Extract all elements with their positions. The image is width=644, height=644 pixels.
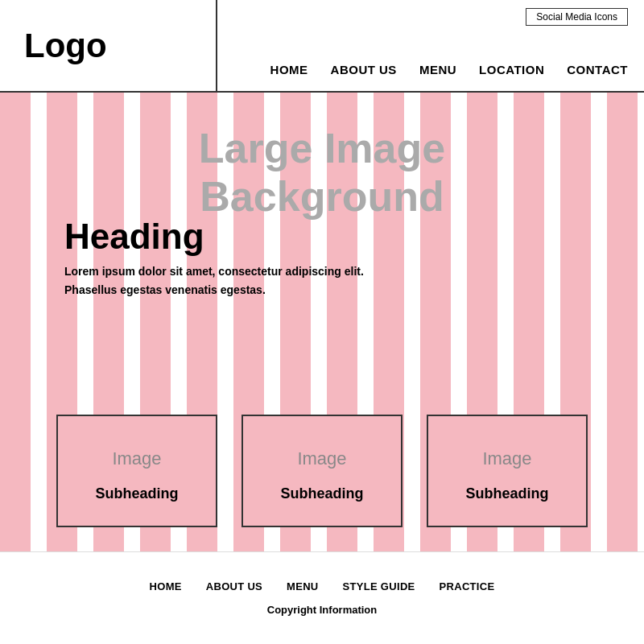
card-3-subheading: Subheading [466, 485, 549, 502]
card-2-subheading: Subheading [281, 485, 364, 502]
card-1-subheading: Subheading [96, 485, 179, 502]
header: Logo Social Media Icons HOME ABOUT US ME… [0, 0, 644, 93]
social-media-box: Social Media Icons [526, 8, 628, 26]
footer-practice[interactable]: PRACTICE [440, 580, 495, 592]
footer: HOME ABOUT US MENU STYLE GUIDE PRACTICE … [0, 551, 644, 644]
footer-about[interactable]: ABOUT US [206, 580, 262, 592]
card-1-image-label: Image [112, 448, 161, 469]
copyright: Copyright Information [267, 604, 378, 616]
card-1: Image Subheading [56, 415, 217, 527]
main-nav: HOME ABOUT US MENU LOCATION CONTACT [270, 63, 628, 76]
footer-style-guide[interactable]: STYLE GUIDE [343, 580, 415, 592]
nav-about[interactable]: ABOUT US [331, 63, 397, 76]
card-3-image-label: Image [482, 448, 531, 469]
footer-menu[interactable]: MENU [287, 580, 318, 592]
footer-home[interactable]: HOME [150, 580, 182, 592]
main-content: Large Image Background Heading Lorem ips… [0, 93, 644, 551]
main-paragraph: Lorem ipsum dolor sit amet, consectetur … [64, 262, 364, 299]
card-2: Image Subheading [242, 415, 402, 527]
footer-nav: HOME ABOUT US MENU STYLE GUIDE PRACTICE [150, 580, 495, 592]
nav-menu[interactable]: MENU [419, 63, 456, 76]
nav-contact[interactable]: CONTACT [567, 63, 628, 76]
logo: Logo [24, 27, 107, 65]
heading-section: Heading Lorem ipsum dolor sit amet, cons… [64, 217, 364, 299]
main-heading: Heading [64, 217, 364, 256]
nav-location[interactable]: LOCATION [479, 63, 544, 76]
card-2-image-label: Image [297, 448, 346, 469]
nav-area: Social Media Icons HOME ABOUT US MENU LO… [217, 0, 644, 91]
logo-area: Logo [0, 0, 217, 91]
nav-home[interactable]: HOME [270, 63, 308, 76]
card-3: Image Subheading [427, 415, 588, 527]
cards-row: Image Subheading Image Subheading Image … [56, 415, 588, 527]
